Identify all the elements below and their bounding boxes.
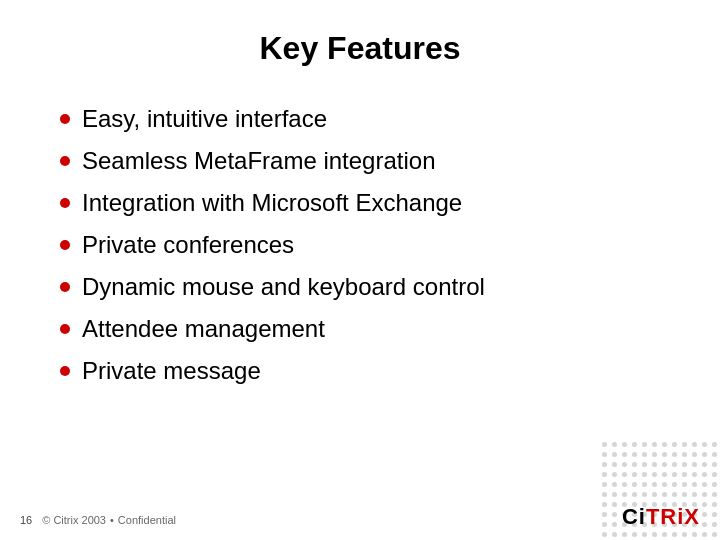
dot-cell <box>682 472 687 477</box>
dot-cell <box>652 472 657 477</box>
dot-cell <box>672 462 677 467</box>
dot-cell <box>602 502 607 507</box>
bullet-text: Dynamic mouse and keyboard control <box>82 273 485 301</box>
dot-cell <box>692 472 697 477</box>
dot-cell <box>712 472 717 477</box>
bullet-dot-icon <box>60 366 70 376</box>
dot-cell <box>612 522 617 527</box>
dot-cell <box>692 442 697 447</box>
dot-cell <box>692 482 697 487</box>
dot-cell <box>712 512 717 517</box>
dot-cell <box>612 462 617 467</box>
dot-cell <box>632 472 637 477</box>
bullet-dot-icon <box>60 282 70 292</box>
dot-cell <box>602 472 607 477</box>
citrix-logo-text: CiTRiX <box>622 504 700 530</box>
dot-cell <box>652 442 657 447</box>
dot-cell <box>632 482 637 487</box>
dot-cell <box>672 442 677 447</box>
dot-cell <box>702 482 707 487</box>
footer-separator: • <box>110 514 114 526</box>
bullet-dot-icon <box>60 156 70 166</box>
dot-cell <box>682 462 687 467</box>
dot-cell <box>702 452 707 457</box>
bullet-dot-icon <box>60 114 70 124</box>
dot-cell <box>702 442 707 447</box>
dot-cell <box>622 472 627 477</box>
dot-cell <box>642 472 647 477</box>
citrix-logo: CiTRiX <box>622 504 700 530</box>
dot-cell <box>642 442 647 447</box>
dot-cell <box>622 462 627 467</box>
dot-cell <box>682 452 687 457</box>
dot-cell <box>662 492 667 497</box>
dot-cell <box>602 492 607 497</box>
dot-cell <box>662 482 667 487</box>
dot-cell <box>712 442 717 447</box>
dot-cell <box>672 532 677 537</box>
dot-cell <box>702 492 707 497</box>
dot-cell <box>702 512 707 517</box>
dot-cell <box>672 452 677 457</box>
bullet-text: Easy, intuitive interface <box>82 105 327 133</box>
dot-cell <box>612 482 617 487</box>
dot-cell <box>712 522 717 527</box>
dot-cell <box>602 482 607 487</box>
dot-cell <box>652 532 657 537</box>
dot-cell <box>642 532 647 537</box>
dot-cell <box>602 532 607 537</box>
dot-cell <box>692 492 697 497</box>
bullet-text: Private conferences <box>82 231 294 259</box>
footer-page-number: 16 <box>20 514 32 526</box>
bullet-item: Dynamic mouse and keyboard control <box>60 273 660 301</box>
dot-cell <box>602 462 607 467</box>
dot-cell <box>652 482 657 487</box>
dot-cell <box>622 532 627 537</box>
slide-title: Key Features <box>60 30 660 75</box>
dot-cell <box>702 472 707 477</box>
bullet-item: Seamless MetaFrame integration <box>60 147 660 175</box>
dot-cell <box>632 532 637 537</box>
dot-cell <box>672 492 677 497</box>
dot-cell <box>642 452 647 457</box>
dot-cell <box>632 492 637 497</box>
slide: Key Features Easy, intuitive interfaceSe… <box>0 0 720 540</box>
dot-cell <box>612 442 617 447</box>
dot-cell <box>652 462 657 467</box>
dot-cell <box>702 532 707 537</box>
dot-cell <box>622 452 627 457</box>
dot-cell <box>602 452 607 457</box>
dot-cell <box>712 462 717 467</box>
dot-cell <box>682 532 687 537</box>
bullet-text: Attendee management <box>82 315 325 343</box>
dot-cell <box>662 462 667 467</box>
dot-cell <box>712 532 717 537</box>
bullet-text: Seamless MetaFrame integration <box>82 147 435 175</box>
dot-cell <box>642 482 647 487</box>
dot-cell <box>612 512 617 517</box>
dot-cell <box>672 482 677 487</box>
dot-cell <box>622 492 627 497</box>
footer: 16 © Citrix 2003 • Confidential <box>20 514 176 526</box>
dot-cell <box>712 492 717 497</box>
dot-cell <box>712 502 717 507</box>
bullet-dot-icon <box>60 198 70 208</box>
dot-cell <box>632 452 637 457</box>
dot-cell <box>682 482 687 487</box>
dot-cell <box>602 522 607 527</box>
bullet-dot-icon <box>60 240 70 250</box>
dot-cell <box>632 462 637 467</box>
dot-cell <box>712 482 717 487</box>
dot-cell <box>682 442 687 447</box>
dot-cell <box>622 482 627 487</box>
dot-cell <box>642 462 647 467</box>
dot-cell <box>612 452 617 457</box>
dot-cell <box>602 512 607 517</box>
bullet-item: Integration with Microsoft Exchange <box>60 189 660 217</box>
bullet-item: Easy, intuitive interface <box>60 105 660 133</box>
dot-cell <box>702 522 707 527</box>
dot-cell <box>642 492 647 497</box>
dot-cell <box>602 442 607 447</box>
footer-copyright: © Citrix 2003 <box>42 514 106 526</box>
logo-ci: Ci <box>622 504 646 529</box>
